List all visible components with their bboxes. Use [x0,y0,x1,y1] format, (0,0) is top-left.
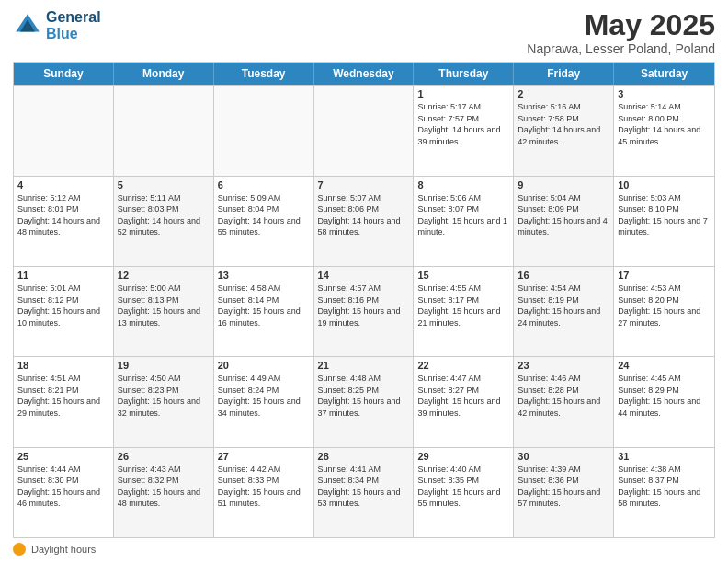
day-cell-26: 26Sunrise: 4:43 AM Sunset: 8:32 PM Dayli… [114,448,214,537]
day-number: 13 [218,270,310,281]
day-cell-18: 18Sunrise: 4:51 AM Sunset: 8:21 PM Dayli… [14,357,114,446]
day-number: 1 [417,88,509,99]
day-info: Sunrise: 4:40 AM Sunset: 8:35 PM Dayligh… [417,464,509,510]
week-row-3: 11Sunrise: 5:01 AM Sunset: 8:12 PM Dayli… [14,266,714,356]
day-number: 4 [17,179,109,190]
day-cell-31: 31Sunrise: 4:38 AM Sunset: 8:37 PM Dayli… [614,448,714,537]
day-cell-23: 23Sunrise: 4:46 AM Sunset: 8:28 PM Dayli… [514,357,614,446]
day-info: Sunrise: 5:01 AM Sunset: 8:12 PM Dayligh… [17,282,109,328]
week-row-1: 1Sunrise: 5:17 AM Sunset: 7:57 PM Daylig… [14,85,714,175]
day-number: 15 [417,270,509,281]
col-header-monday: Monday [114,63,214,85]
day-info: Sunrise: 5:03 AM Sunset: 8:10 PM Dayligh… [618,192,711,238]
day-cell-21: 21Sunrise: 4:48 AM Sunset: 8:25 PM Dayli… [314,357,415,446]
sun-icon [13,543,26,556]
day-cell-6: 6Sunrise: 5:09 AM Sunset: 8:04 PM Daylig… [214,177,314,266]
main-title: May 2025 [527,9,715,41]
calendar-body: 1Sunrise: 5:17 AM Sunset: 7:57 PM Daylig… [14,85,714,537]
day-cell-24: 24Sunrise: 4:45 AM Sunset: 8:29 PM Dayli… [614,357,714,446]
logo: General Blue [13,9,101,41]
page: General Blue May 2025 Naprawa, Lesser Po… [0,0,728,563]
day-info: Sunrise: 4:44 AM Sunset: 8:30 PM Dayligh… [17,464,109,510]
day-number: 14 [318,270,410,281]
day-info: Sunrise: 4:42 AM Sunset: 8:33 PM Dayligh… [218,464,310,510]
day-cell-12: 12Sunrise: 5:00 AM Sunset: 8:13 PM Dayli… [114,267,214,356]
day-cell-3: 3Sunrise: 5:14 AM Sunset: 8:00 PM Daylig… [614,86,714,175]
logo-general: General [46,9,101,26]
day-number: 28 [318,451,410,462]
day-number: 22 [417,360,509,371]
day-number: 25 [17,451,109,462]
day-info: Sunrise: 4:41 AM Sunset: 8:34 PM Dayligh… [318,464,410,510]
day-number: 9 [518,179,609,190]
day-number: 16 [518,270,609,281]
day-info: Sunrise: 4:54 AM Sunset: 8:19 PM Dayligh… [518,282,609,328]
day-number: 29 [417,451,509,462]
day-info: Sunrise: 4:39 AM Sunset: 8:36 PM Dayligh… [518,464,609,510]
day-number: 26 [118,451,210,462]
week-row-5: 25Sunrise: 4:44 AM Sunset: 8:30 PM Dayli… [14,447,714,537]
col-header-friday: Friday [514,63,614,85]
week-row-2: 4Sunrise: 5:12 AM Sunset: 8:01 PM Daylig… [14,176,714,266]
day-info: Sunrise: 5:14 AM Sunset: 8:00 PM Dayligh… [618,101,711,147]
calendar-header: SundayMondayTuesdayWednesdayThursdayFrid… [14,63,714,85]
footer: Daylight hours [13,543,715,556]
day-info: Sunrise: 5:07 AM Sunset: 8:06 PM Dayligh… [318,192,410,238]
day-number: 20 [218,360,310,371]
day-cell-28: 28Sunrise: 4:41 AM Sunset: 8:34 PM Dayli… [314,448,415,537]
day-cell-8: 8Sunrise: 5:06 AM Sunset: 8:07 PM Daylig… [414,177,514,266]
day-info: Sunrise: 4:58 AM Sunset: 8:14 PM Dayligh… [218,282,310,328]
col-header-sunday: Sunday [14,63,114,85]
day-cell-13: 13Sunrise: 4:58 AM Sunset: 8:14 PM Dayli… [214,267,314,356]
day-cell-14: 14Sunrise: 4:57 AM Sunset: 8:16 PM Dayli… [314,267,415,356]
col-header-thursday: Thursday [414,63,514,85]
day-info: Sunrise: 4:57 AM Sunset: 8:16 PM Dayligh… [318,282,410,328]
day-number: 6 [218,179,310,190]
day-info: Sunrise: 4:49 AM Sunset: 8:24 PM Dayligh… [218,373,310,419]
day-cell-17: 17Sunrise: 4:53 AM Sunset: 8:20 PM Dayli… [614,267,714,356]
day-info: Sunrise: 5:00 AM Sunset: 8:13 PM Dayligh… [118,282,210,328]
day-info: Sunrise: 4:48 AM Sunset: 8:25 PM Dayligh… [318,373,410,419]
day-number: 27 [218,451,310,462]
day-info: Sunrise: 4:51 AM Sunset: 8:21 PM Dayligh… [17,373,109,419]
day-info: Sunrise: 5:04 AM Sunset: 8:09 PM Dayligh… [518,192,609,238]
day-number: 23 [518,360,609,371]
day-number: 19 [118,360,210,371]
daylight-hours-label: Daylight hours [31,544,96,555]
empty-cell [214,86,314,175]
col-header-saturday: Saturday [614,63,714,85]
empty-cell [314,86,415,175]
week-row-4: 18Sunrise: 4:51 AM Sunset: 8:21 PM Dayli… [14,356,714,446]
day-info: Sunrise: 5:17 AM Sunset: 7:57 PM Dayligh… [417,101,509,147]
day-cell-20: 20Sunrise: 4:49 AM Sunset: 8:24 PM Dayli… [214,357,314,446]
logo-icon [13,11,42,40]
day-cell-2: 2Sunrise: 5:16 AM Sunset: 7:58 PM Daylig… [514,86,614,175]
day-info: Sunrise: 4:38 AM Sunset: 8:37 PM Dayligh… [618,464,711,510]
col-header-tuesday: Tuesday [214,63,314,85]
day-cell-22: 22Sunrise: 4:47 AM Sunset: 8:27 PM Dayli… [414,357,514,446]
day-info: Sunrise: 4:50 AM Sunset: 8:23 PM Dayligh… [118,373,210,419]
col-header-wednesday: Wednesday [314,63,415,85]
empty-cell [114,86,214,175]
day-cell-4: 4Sunrise: 5:12 AM Sunset: 8:01 PM Daylig… [14,177,114,266]
day-info: Sunrise: 5:11 AM Sunset: 8:03 PM Dayligh… [118,192,210,238]
day-number: 17 [618,270,711,281]
day-number: 10 [618,179,711,190]
day-info: Sunrise: 5:09 AM Sunset: 8:04 PM Dayligh… [218,192,310,238]
day-cell-5: 5Sunrise: 5:11 AM Sunset: 8:03 PM Daylig… [114,177,214,266]
day-number: 3 [618,88,711,99]
day-number: 30 [518,451,609,462]
day-number: 7 [318,179,410,190]
day-number: 2 [518,88,609,99]
day-info: Sunrise: 4:45 AM Sunset: 8:29 PM Dayligh… [618,373,711,419]
day-info: Sunrise: 4:55 AM Sunset: 8:17 PM Dayligh… [417,282,509,328]
day-number: 31 [618,451,711,462]
day-info: Sunrise: 4:53 AM Sunset: 8:20 PM Dayligh… [618,282,711,328]
day-number: 8 [417,179,509,190]
day-number: 11 [17,270,109,281]
day-cell-10: 10Sunrise: 5:03 AM Sunset: 8:10 PM Dayli… [614,177,714,266]
day-info: Sunrise: 4:47 AM Sunset: 8:27 PM Dayligh… [417,373,509,419]
day-info: Sunrise: 4:43 AM Sunset: 8:32 PM Dayligh… [118,464,210,510]
day-cell-19: 19Sunrise: 4:50 AM Sunset: 8:23 PM Dayli… [114,357,214,446]
day-cell-27: 27Sunrise: 4:42 AM Sunset: 8:33 PM Dayli… [214,448,314,537]
